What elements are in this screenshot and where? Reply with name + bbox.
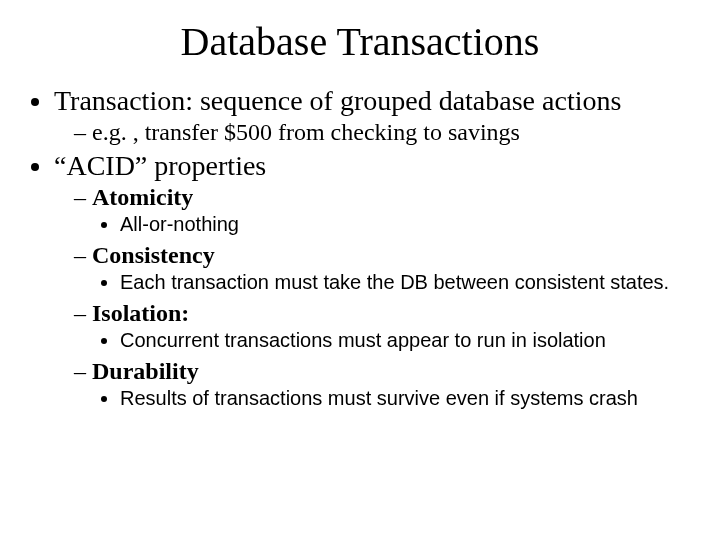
list-item: Atomicity All-or-nothing — [74, 184, 700, 236]
list-item: Isolation: Concurrent transactions must … — [74, 300, 700, 352]
bullet-text: Concurrent transactions must appear to r… — [120, 329, 606, 351]
bullet-list-level3: Concurrent transactions must appear to r… — [74, 329, 700, 352]
slide-title: Database Transactions — [20, 18, 700, 65]
bullet-text: Transaction: sequence of grouped databas… — [54, 85, 621, 116]
bullet-text: “ACID” properties — [54, 150, 266, 181]
bullet-list-level3: Results of transactions must survive eve… — [74, 387, 700, 410]
list-item: Results of transactions must survive eve… — [120, 387, 700, 410]
bullet-text: e.g. , transfer $500 from checking to sa… — [92, 119, 520, 145]
bullet-list-level3: All-or-nothing — [74, 213, 700, 236]
bullet-text: Atomicity — [92, 184, 193, 210]
list-item: e.g. , transfer $500 from checking to sa… — [74, 119, 700, 146]
bullet-text: All-or-nothing — [120, 213, 239, 235]
list-item: “ACID” properties Atomicity All-or-nothi… — [54, 150, 700, 410]
list-item: Each transaction must take the DB betwee… — [120, 271, 700, 294]
bullet-text: Results of transactions must survive eve… — [120, 387, 638, 409]
bullet-list-level2: Atomicity All-or-nothing Consistency Eac… — [54, 184, 700, 410]
bullet-list-level1: Transaction: sequence of grouped databas… — [20, 85, 700, 410]
list-item: Consistency Each transaction must take t… — [74, 242, 700, 294]
list-item: Transaction: sequence of grouped databas… — [54, 85, 700, 146]
bullet-list-level3: Each transaction must take the DB betwee… — [74, 271, 700, 294]
bullet-text: Consistency — [92, 242, 215, 268]
list-item: Durability Results of transactions must … — [74, 358, 700, 410]
list-item: All-or-nothing — [120, 213, 700, 236]
bullet-text: Isolation: — [92, 300, 189, 326]
bullet-text: Each transaction must take the DB betwee… — [120, 271, 669, 293]
bullet-text: Durability — [92, 358, 199, 384]
slide: Database Transactions Transaction: seque… — [0, 0, 720, 540]
list-item: Concurrent transactions must appear to r… — [120, 329, 700, 352]
bullet-list-level2: e.g. , transfer $500 from checking to sa… — [54, 119, 700, 146]
